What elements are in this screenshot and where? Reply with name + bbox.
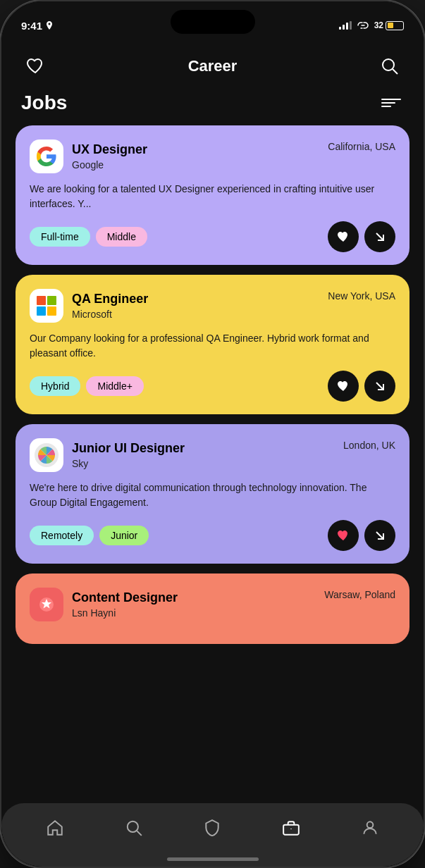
microsoft-logo [30,289,63,323]
card-header-3: Junior UI Designer Sky London, UK [30,438,395,472]
job-location-3: London, UK [343,438,395,451]
card-footer-2: Hybrid Middle+ [30,371,395,402]
svg-rect-9 [283,825,299,835]
job-info-4: Content Designer Lsn Hayni [72,590,178,619]
jobs-list: UX Designer Google California, USA We ar… [1,125,424,644]
filter-button[interactable] [378,96,404,110]
tag-fulltime: Full-time [30,227,90,247]
svg-line-3 [376,383,383,390]
sky-logo [30,438,63,472]
arrow-down-right-icon-2 [374,380,386,392]
card-actions-1 [328,221,395,252]
card-header-left-3: Junior UI Designer Sky [30,438,185,472]
filter-line-1 [381,99,401,100]
job-description-2: Our Company looking for a professional Q… [30,331,395,361]
arrow-down-right-icon-1 [374,230,386,243]
company-name-2: Microsoft [72,309,148,320]
like-button-1[interactable] [328,221,359,252]
phone-frame: 9:41 32 [0,0,425,868]
job-card-ux-designer[interactable]: UX Designer Google California, USA We ar… [16,125,409,265]
job-title-4: Content Designer [72,590,178,606]
svg-point-7 [127,822,137,832]
nav-shield[interactable] [195,810,230,845]
card-header-4: Content Designer Lsn Hayni Warsaw, Polan… [30,588,395,621]
nav-briefcase[interactable] [273,810,309,845]
section-title: Jobs [21,92,67,114]
tag-middle: Middle [96,227,147,247]
tag-hybrid: Hybrid [30,376,80,396]
dynamic-island [171,10,255,34]
job-info-1: UX Designer Google [72,142,147,170]
card-actions-2 [328,371,395,402]
heart-icon-1 [337,231,350,242]
like-button-2[interactable] [328,371,359,402]
briefcase-nav-icon [282,819,300,837]
job-location-4: Warsaw, Poland [324,588,395,600]
job-description-1: We are looking for a talented UX Designe… [30,182,395,211]
like-button-3[interactable] [328,520,359,551]
microsoft-logo-squares [37,296,56,316]
signal-bar-1 [339,27,341,30]
tag-middle-plus: Middle+ [86,376,143,396]
favorites-button[interactable] [21,52,49,80]
nav-profile[interactable] [352,810,388,845]
google-logo-svg [37,147,56,166]
job-title-1: UX Designer [72,142,147,158]
ms-green [47,296,56,305]
shield-nav-icon [203,819,221,837]
card-header-left-4: Content Designer Lsn Hayni [30,588,178,621]
filter-line-2 [381,102,395,104]
apply-button-2[interactable] [364,371,395,402]
svg-line-1 [393,69,398,74]
card-header-left-2: QA Engineer Microsoft [30,289,148,323]
status-time: 9:41 [21,20,54,32]
svg-line-8 [137,831,142,836]
link-icon [356,20,370,30]
job-title-2: QA Engineer [72,292,148,307]
search-button[interactable] [376,52,404,80]
heart-filled-icon-3 [337,530,350,541]
card-header-left-1: UX Designer Google [30,140,147,173]
card-header-1: UX Designer Google California, USA [30,140,395,173]
job-info-3: Junior UI Designer Sky [72,441,185,469]
svg-point-11 [367,822,374,828]
location-icon [45,21,54,30]
ms-blue [37,306,46,316]
home-icon [46,819,64,837]
status-right: 32 [339,20,404,30]
tag-remotely: Remotely [30,526,94,545]
svg-line-2 [376,233,383,240]
svg-line-5 [376,532,383,539]
job-location-2: New York, USA [328,289,395,302]
tags-1: Full-time Middle [30,227,147,247]
section-header: Jobs [1,89,424,125]
battery-fill [388,23,393,28]
apply-button-1[interactable] [364,221,395,252]
home-indicator [167,857,259,861]
signal-bar-2 [343,25,345,30]
nav-search[interactable] [116,810,152,845]
lsn-logo [30,588,63,621]
lsn-logo-svg [38,596,55,613]
nav-home[interactable] [37,810,73,845]
search-nav-icon [125,819,143,837]
sky-logo-svg [35,443,58,467]
battery-body [386,21,404,30]
card-actions-3 [328,520,395,551]
heart-icon-2 [337,380,350,392]
card-footer-1: Full-time Middle [30,221,395,252]
header-title: Career [188,57,238,75]
company-name-1: Google [72,159,147,170]
job-card-qa-engineer[interactable]: QA Engineer Microsoft New York, USA Our … [16,275,409,414]
tag-junior: Junior [99,526,149,545]
filter-line-3 [381,106,391,107]
arrow-down-right-icon-3 [374,529,386,542]
google-logo [30,140,63,173]
svg-point-0 [383,59,394,70]
job-card-ui-designer[interactable]: Junior UI Designer Sky London, UK We're … [16,424,409,564]
phone-screen: 9:41 32 [1,1,424,867]
job-card-content-designer[interactable]: Content Designer Lsn Hayni Warsaw, Polan… [16,574,409,644]
job-info-2: QA Engineer Microsoft [72,292,148,320]
apply-button-3[interactable] [364,520,395,551]
profile-nav-icon [361,819,379,837]
